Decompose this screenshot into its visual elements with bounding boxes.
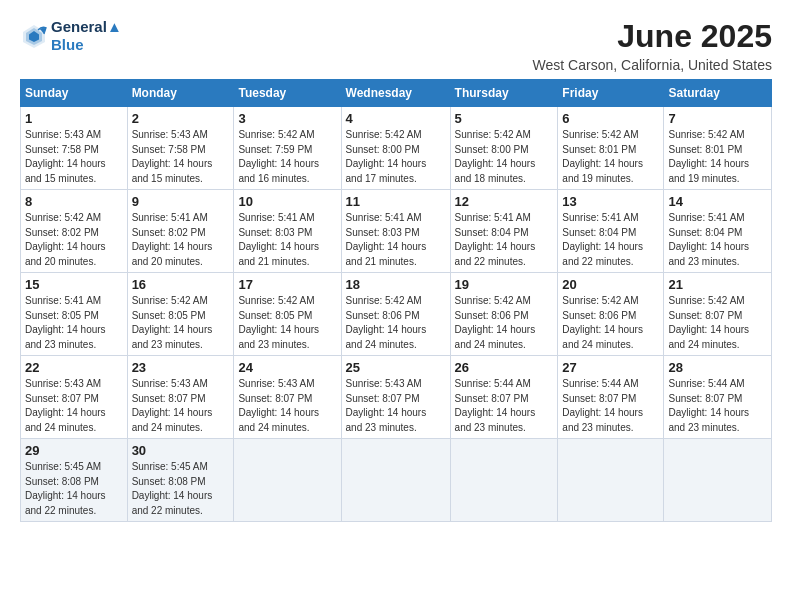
day-number: 30 [132, 443, 230, 458]
calendar-cell: 12 Sunrise: 5:41 AMSunset: 8:04 PMDaylig… [450, 190, 558, 273]
day-number: 4 [346, 111, 446, 126]
day-info: Sunrise: 5:42 AMSunset: 8:02 PMDaylight:… [25, 211, 123, 269]
month-title: June 2025 [533, 18, 772, 55]
day-number: 21 [668, 277, 767, 292]
calendar-cell: 10 Sunrise: 5:41 AMSunset: 8:03 PMDaylig… [234, 190, 341, 273]
day-number: 17 [238, 277, 336, 292]
calendar-cell: 1 Sunrise: 5:43 AMSunset: 7:58 PMDayligh… [21, 107, 128, 190]
day-info: Sunrise: 5:42 AMSunset: 8:06 PMDaylight:… [562, 294, 659, 352]
day-info: Sunrise: 5:41 AMSunset: 8:05 PMDaylight:… [25, 294, 123, 352]
day-info: Sunrise: 5:42 AMSunset: 8:00 PMDaylight:… [346, 128, 446, 186]
day-number: 27 [562, 360, 659, 375]
col-wednesday: Wednesday [341, 80, 450, 107]
header: General▲ Blue June 2025 West Carson, Cal… [20, 18, 772, 73]
col-monday: Monday [127, 80, 234, 107]
calendar-cell [234, 439, 341, 522]
calendar-cell: 9 Sunrise: 5:41 AMSunset: 8:02 PMDayligh… [127, 190, 234, 273]
calendar-cell: 30 Sunrise: 5:45 AMSunset: 8:08 PMDaylig… [127, 439, 234, 522]
day-number: 25 [346, 360, 446, 375]
day-info: Sunrise: 5:44 AMSunset: 8:07 PMDaylight:… [668, 377, 767, 435]
day-number: 8 [25, 194, 123, 209]
day-number: 28 [668, 360, 767, 375]
day-number: 1 [25, 111, 123, 126]
calendar-body: 1 Sunrise: 5:43 AMSunset: 7:58 PMDayligh… [21, 107, 772, 522]
calendar-cell: 16 Sunrise: 5:42 AMSunset: 8:05 PMDaylig… [127, 273, 234, 356]
day-info: Sunrise: 5:45 AMSunset: 8:08 PMDaylight:… [132, 460, 230, 518]
calendar-cell: 24 Sunrise: 5:43 AMSunset: 8:07 PMDaylig… [234, 356, 341, 439]
calendar-cell: 15 Sunrise: 5:41 AMSunset: 8:05 PMDaylig… [21, 273, 128, 356]
day-info: Sunrise: 5:41 AMSunset: 8:03 PMDaylight:… [238, 211, 336, 269]
day-info: Sunrise: 5:42 AMSunset: 8:06 PMDaylight:… [455, 294, 554, 352]
col-thursday: Thursday [450, 80, 558, 107]
calendar-cell: 21 Sunrise: 5:42 AMSunset: 8:07 PMDaylig… [664, 273, 772, 356]
calendar-cell: 22 Sunrise: 5:43 AMSunset: 8:07 PMDaylig… [21, 356, 128, 439]
day-info: Sunrise: 5:43 AMSunset: 8:07 PMDaylight:… [238, 377, 336, 435]
day-number: 9 [132, 194, 230, 209]
calendar-cell: 6 Sunrise: 5:42 AMSunset: 8:01 PMDayligh… [558, 107, 664, 190]
day-info: Sunrise: 5:44 AMSunset: 8:07 PMDaylight:… [562, 377, 659, 435]
day-number: 15 [25, 277, 123, 292]
day-number: 10 [238, 194, 336, 209]
day-number: 13 [562, 194, 659, 209]
calendar-week-4: 22 Sunrise: 5:43 AMSunset: 8:07 PMDaylig… [21, 356, 772, 439]
location-title: West Carson, California, United States [533, 57, 772, 73]
day-info: Sunrise: 5:43 AMSunset: 8:07 PMDaylight:… [346, 377, 446, 435]
day-number: 29 [25, 443, 123, 458]
calendar-cell: 17 Sunrise: 5:42 AMSunset: 8:05 PMDaylig… [234, 273, 341, 356]
calendar-cell: 19 Sunrise: 5:42 AMSunset: 8:06 PMDaylig… [450, 273, 558, 356]
day-number: 2 [132, 111, 230, 126]
col-saturday: Saturday [664, 80, 772, 107]
day-number: 7 [668, 111, 767, 126]
calendar-cell: 27 Sunrise: 5:44 AMSunset: 8:07 PMDaylig… [558, 356, 664, 439]
logo-icon [20, 22, 48, 50]
calendar-cell [664, 439, 772, 522]
day-info: Sunrise: 5:43 AMSunset: 8:07 PMDaylight:… [25, 377, 123, 435]
title-block: June 2025 West Carson, California, Unite… [533, 18, 772, 73]
day-number: 12 [455, 194, 554, 209]
calendar-week-5: 29 Sunrise: 5:45 AMSunset: 8:08 PMDaylig… [21, 439, 772, 522]
col-tuesday: Tuesday [234, 80, 341, 107]
day-number: 16 [132, 277, 230, 292]
day-info: Sunrise: 5:43 AMSunset: 7:58 PMDaylight:… [132, 128, 230, 186]
day-number: 6 [562, 111, 659, 126]
calendar-cell: 13 Sunrise: 5:41 AMSunset: 8:04 PMDaylig… [558, 190, 664, 273]
calendar-cell: 26 Sunrise: 5:44 AMSunset: 8:07 PMDaylig… [450, 356, 558, 439]
day-number: 24 [238, 360, 336, 375]
calendar-cell [558, 439, 664, 522]
day-info: Sunrise: 5:42 AMSunset: 8:05 PMDaylight:… [238, 294, 336, 352]
calendar-cell: 3 Sunrise: 5:42 AMSunset: 7:59 PMDayligh… [234, 107, 341, 190]
day-info: Sunrise: 5:41 AMSunset: 8:04 PMDaylight:… [668, 211, 767, 269]
calendar-cell: 14 Sunrise: 5:41 AMSunset: 8:04 PMDaylig… [664, 190, 772, 273]
calendar-cell: 2 Sunrise: 5:43 AMSunset: 7:58 PMDayligh… [127, 107, 234, 190]
calendar-cell: 5 Sunrise: 5:42 AMSunset: 8:00 PMDayligh… [450, 107, 558, 190]
header-row: Sunday Monday Tuesday Wednesday Thursday… [21, 80, 772, 107]
day-info: Sunrise: 5:41 AMSunset: 8:04 PMDaylight:… [455, 211, 554, 269]
day-info: Sunrise: 5:42 AMSunset: 8:01 PMDaylight:… [562, 128, 659, 186]
day-info: Sunrise: 5:41 AMSunset: 8:03 PMDaylight:… [346, 211, 446, 269]
day-info: Sunrise: 5:43 AMSunset: 7:58 PMDaylight:… [25, 128, 123, 186]
calendar-cell [450, 439, 558, 522]
col-sunday: Sunday [21, 80, 128, 107]
calendar-week-2: 8 Sunrise: 5:42 AMSunset: 8:02 PMDayligh… [21, 190, 772, 273]
logo: General▲ Blue [20, 18, 122, 54]
calendar-cell: 7 Sunrise: 5:42 AMSunset: 8:01 PMDayligh… [664, 107, 772, 190]
calendar-header: Sunday Monday Tuesday Wednesday Thursday… [21, 80, 772, 107]
day-info: Sunrise: 5:44 AMSunset: 8:07 PMDaylight:… [455, 377, 554, 435]
day-info: Sunrise: 5:42 AMSunset: 8:07 PMDaylight:… [668, 294, 767, 352]
day-number: 14 [668, 194, 767, 209]
calendar-cell: 29 Sunrise: 5:45 AMSunset: 8:08 PMDaylig… [21, 439, 128, 522]
day-number: 19 [455, 277, 554, 292]
day-number: 5 [455, 111, 554, 126]
day-number: 3 [238, 111, 336, 126]
day-info: Sunrise: 5:42 AMSunset: 8:06 PMDaylight:… [346, 294, 446, 352]
calendar-cell: 11 Sunrise: 5:41 AMSunset: 8:03 PMDaylig… [341, 190, 450, 273]
calendar-table: Sunday Monday Tuesday Wednesday Thursday… [20, 79, 772, 522]
day-number: 11 [346, 194, 446, 209]
day-info: Sunrise: 5:42 AMSunset: 8:05 PMDaylight:… [132, 294, 230, 352]
calendar-cell [341, 439, 450, 522]
calendar-cell: 28 Sunrise: 5:44 AMSunset: 8:07 PMDaylig… [664, 356, 772, 439]
calendar-week-3: 15 Sunrise: 5:41 AMSunset: 8:05 PMDaylig… [21, 273, 772, 356]
day-number: 26 [455, 360, 554, 375]
calendar-cell: 25 Sunrise: 5:43 AMSunset: 8:07 PMDaylig… [341, 356, 450, 439]
col-friday: Friday [558, 80, 664, 107]
